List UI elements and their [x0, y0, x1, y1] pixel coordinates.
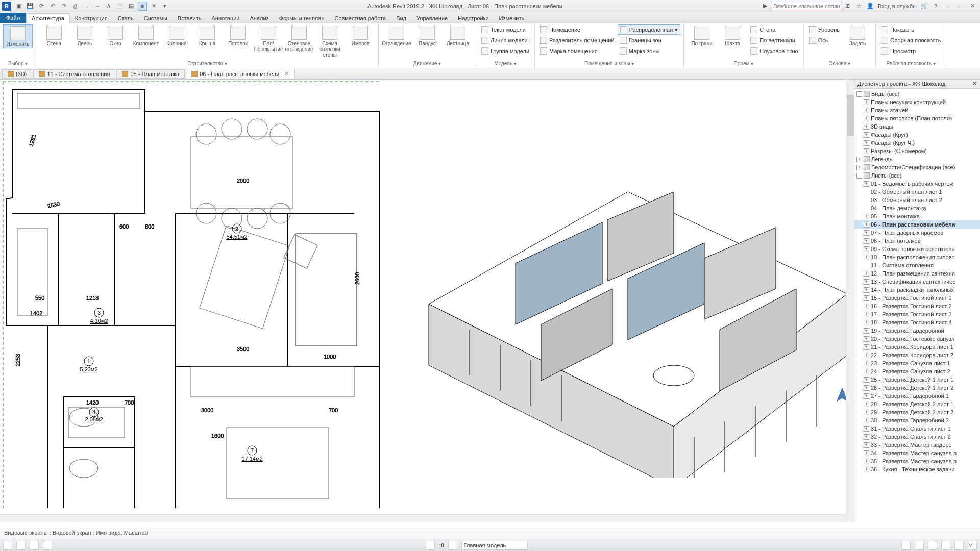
tree-expander-icon[interactable]: +: [864, 108, 869, 113]
sb-model-select[interactable]: Главная модель: [461, 541, 528, 550]
sb-icon[interactable]: [901, 541, 911, 550]
help-icon[interactable]: ?: [931, 2, 940, 11]
viewtab[interactable]: 06 - План расстановки мебели✕: [186, 69, 295, 79]
play-icon[interactable]: ▶: [761, 2, 770, 11]
tree-node[interactable]: +20 - Развертка Гостевого санузл: [854, 335, 980, 343]
tab-Вид[interactable]: Вид: [391, 14, 411, 23]
tree-node[interactable]: +Легенды: [854, 155, 980, 163]
tree-node[interactable]: +01 - Ведомость рабочих чертеж: [854, 180, 980, 188]
tree-expander-icon[interactable]: +: [864, 320, 869, 325]
ribbon-Уровень[interactable]: Уровень: [807, 24, 842, 35]
sb-icon[interactable]: [954, 541, 964, 550]
tree-expander-icon[interactable]: +: [864, 426, 869, 432]
restore-button[interactable]: □: [954, 1, 966, 12]
tree-node[interactable]: +17 - Развертка Гостиной лист 3: [854, 310, 980, 318]
tree-expander-icon[interactable]: +: [864, 238, 869, 244]
tree-node[interactable]: +08 - План потолков: [854, 237, 980, 245]
tree-node[interactable]: +Разрезы (С номером): [854, 147, 980, 155]
thin-lines-icon[interactable]: ≡: [138, 2, 147, 11]
tree-expander-icon[interactable]: +: [864, 230, 869, 236]
ribbon-Распределенная[interactable]: Распределенная ▾: [618, 24, 680, 35]
tree-expander-icon[interactable]: +: [864, 393, 869, 399]
ribbon-group-label[interactable]: Модель ▾: [479, 61, 531, 67]
tab-Анализ[interactable]: Анализ: [244, 14, 274, 23]
dim-icon[interactable]: ↔: [93, 2, 102, 11]
print-icon[interactable]: ⎙: [70, 2, 80, 11]
star-icon[interactable]: ☆: [854, 2, 864, 11]
ribbon-Импост[interactable]: Импост: [346, 24, 375, 47]
tree-expander-icon[interactable]: +: [864, 271, 869, 277]
tree-node[interactable]: +Планы потолков (План потолоч: [854, 114, 980, 122]
ribbon-Задать[interactable]: Задать: [843, 24, 872, 47]
tree-expander-icon[interactable]: +: [864, 361, 869, 366]
ribbon-Границы зон[interactable]: Границы зон: [618, 35, 680, 45]
ribbon-group-label[interactable]: Помещения и зоны ▾: [538, 61, 680, 67]
tree-node[interactable]: +25 - Развертка Детской 1 лист 1: [854, 375, 980, 384]
tree-node[interactable]: +06 - План расстановки мебели: [854, 220, 980, 229]
ribbon-Марка помещения[interactable]: Марка помещения: [538, 46, 617, 56]
ribbon-Дверь[interactable]: Дверь: [70, 24, 100, 47]
tree-node[interactable]: +Планы этажей: [854, 106, 980, 114]
ribbon-group-label[interactable]: Движение ▾: [382, 61, 473, 67]
sb-icon[interactable]: [43, 541, 52, 550]
tree-node[interactable]: +31 - Развертка Спальни лист 1: [854, 424, 980, 433]
tree-node[interactable]: +35 - Развертка Мастер санузла л: [854, 457, 980, 465]
ribbon-Изменить[interactable]: Изменить: [3, 24, 33, 48]
tab-Совместная работа[interactable]: Совместная работа: [329, 14, 391, 23]
apps-icon[interactable]: 🛒: [920, 2, 929, 11]
sb-icon[interactable]: [448, 541, 457, 550]
tree-expander-icon[interactable]: +: [864, 214, 869, 219]
ribbon-Стена[interactable]: Стена: [39, 24, 69, 47]
redo-icon[interactable]: ↷: [59, 2, 68, 11]
section-icon[interactable]: ▤: [127, 2, 136, 11]
minimize-button[interactable]: —: [942, 1, 953, 12]
ribbon-Линия модели[interactable]: Линия модели: [479, 35, 531, 45]
tree-expander-icon[interactable]: +: [864, 312, 869, 317]
tree-node[interactable]: +28 - Развертка Детской 2 лист 1: [854, 400, 980, 408]
close-button[interactable]: ✕: [967, 1, 978, 12]
tree-expander-icon[interactable]: +: [864, 418, 869, 423]
ribbon-Марка зоны[interactable]: Марка зоны: [618, 46, 680, 56]
ribbon-Опорная плоскость[interactable]: Опорная плоскость: [879, 35, 943, 45]
tree-expander-icon[interactable]: +: [864, 295, 869, 301]
ribbon-group-label[interactable]: Рабочая плоскость ▾: [879, 61, 943, 67]
viewtab[interactable]: 05 - План монтажа: [116, 69, 185, 79]
tree-node[interactable]: +Фасады (Круг Ч.): [854, 139, 980, 147]
drawing-canvas[interactable]: 15,23м2 254,51м2 34,10м2 42,08м2 717,14м…: [0, 80, 854, 522]
ribbon-group-label[interactable]: Проем ▾: [687, 61, 800, 67]
tree-node[interactable]: +22 - Развертка Коридора лист 2: [854, 351, 980, 359]
search-input[interactable]: [771, 2, 842, 10]
undo-icon[interactable]: ↶: [48, 2, 57, 11]
tree-node[interactable]: +23 - Развертка Санузла лист 1: [854, 359, 980, 367]
tree-node[interactable]: -Листы (все): [854, 171, 980, 180]
ribbon-Схема разрезки стены[interactable]: Схема разрезки стены: [315, 24, 345, 59]
tree-node[interactable]: +19 - Развертка Гардеробной: [854, 327, 980, 335]
ribbon-Пол/Перекрытие[interactable]: Пол/Перекрытие: [254, 24, 283, 53]
tree-expander-icon[interactable]: +: [864, 304, 869, 309]
tab-Системы[interactable]: Системы: [139, 14, 173, 23]
ribbon-Просмотр[interactable]: Просмотр: [879, 46, 943, 56]
canvas-scrollbar-h[interactable]: [0, 514, 846, 522]
close-views-icon[interactable]: ✕: [149, 2, 158, 11]
tree-node[interactable]: +27 - Развертка Гардеробной 1: [854, 392, 980, 400]
ribbon-group-label[interactable]: Основа ▾: [807, 61, 872, 67]
tab-Формы и генплан[interactable]: Формы и генплан: [274, 14, 330, 23]
tree-expander-icon[interactable]: +: [856, 165, 862, 170]
3d-icon[interactable]: ⬚: [115, 2, 125, 11]
tree-node[interactable]: +30 - Развертка Гардеробной 2: [854, 416, 980, 424]
tree-node[interactable]: +29 - Развертка Детской 2 лист 2: [854, 408, 980, 416]
ribbon-Пандус[interactable]: Пандус: [412, 24, 442, 47]
ribbon-Компонент[interactable]: Компонент: [131, 24, 161, 47]
tree-expander-icon[interactable]: +: [864, 336, 869, 342]
ribbon-group-label[interactable]: Строительство ▾: [39, 61, 375, 67]
tab-Сталь[interactable]: Сталь: [113, 14, 139, 23]
tree-expander-icon[interactable]: +: [864, 116, 869, 121]
ribbon-Окно[interactable]: Окно: [101, 24, 130, 47]
ribbon-Слуховое окно[interactable]: Слуховое окно: [748, 46, 800, 56]
tab-Архитектура[interactable]: Архитектура: [26, 13, 70, 23]
project-tree[interactable]: -Виды (все)+Планы несущих конструкций+Пл…: [854, 89, 980, 522]
tab-Изменить[interactable]: Изменить: [494, 14, 530, 23]
tree-expander-icon[interactable]: +: [864, 246, 869, 252]
ribbon-По грани[interactable]: По грани: [687, 24, 717, 47]
ribbon-Колонна[interactable]: Колонна: [162, 24, 191, 47]
